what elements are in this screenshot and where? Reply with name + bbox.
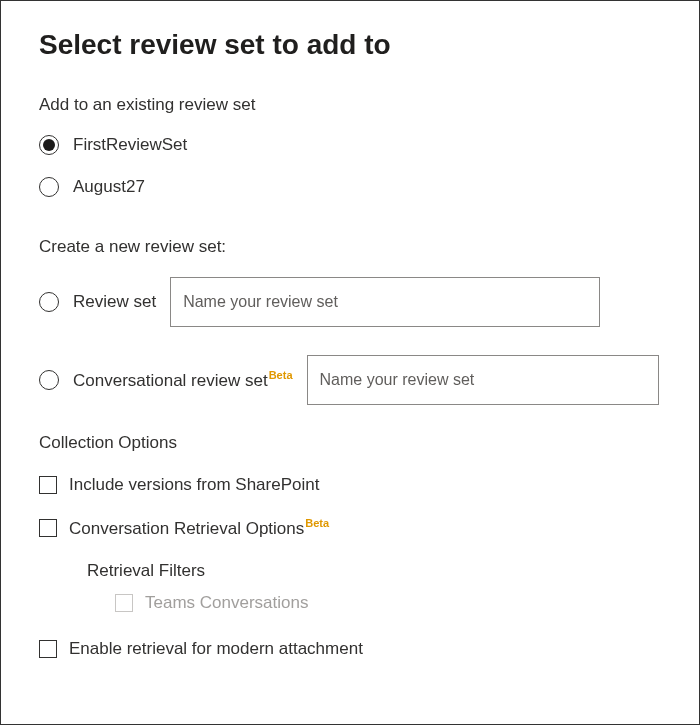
page-title: Select review set to add to bbox=[39, 29, 661, 61]
radio-label-august27: August27 bbox=[73, 177, 145, 197]
conversational-label-text: Conversational review set bbox=[73, 371, 268, 390]
radio-row-conversational: Conversational review setBeta bbox=[39, 355, 661, 405]
check-label-conversation-retrieval: Conversation Retrieval OptionsBeta bbox=[69, 517, 329, 539]
check-row-include-versions: Include versions from SharePoint bbox=[39, 475, 661, 495]
radio-august27[interactable] bbox=[39, 177, 59, 197]
radio-label-first-review-set: FirstReviewSet bbox=[73, 135, 187, 155]
checkbox-include-versions[interactable] bbox=[39, 476, 57, 494]
radio-row-first-review-set: FirstReviewSet bbox=[39, 135, 661, 155]
review-set-panel: Select review set to add to Add to an ex… bbox=[0, 0, 700, 725]
existing-review-set-label: Add to an existing review set bbox=[39, 95, 661, 115]
beta-tag-retrieval: Beta bbox=[305, 517, 329, 529]
conversation-retrieval-text: Conversation Retrieval Options bbox=[69, 519, 304, 538]
review-set-name-input[interactable] bbox=[170, 277, 600, 327]
retrieval-filters-section: Retrieval Filters Teams Conversations bbox=[87, 561, 661, 613]
check-row-teams: Teams Conversations bbox=[115, 593, 661, 613]
radio-review-set[interactable] bbox=[39, 292, 59, 312]
check-row-conversation-retrieval: Conversation Retrieval OptionsBeta bbox=[39, 517, 661, 539]
radio-conversational[interactable] bbox=[39, 370, 59, 390]
radio-row-review-set: Review set bbox=[39, 277, 661, 327]
check-label-teams-conversations: Teams Conversations bbox=[145, 593, 308, 613]
create-review-set-label: Create a new review set: bbox=[39, 237, 661, 257]
checkbox-teams-conversations bbox=[115, 594, 133, 612]
check-label-include-versions: Include versions from SharePoint bbox=[69, 475, 319, 495]
radio-row-august27: August27 bbox=[39, 177, 661, 197]
conversational-name-input[interactable] bbox=[307, 355, 659, 405]
radio-label-conversational: Conversational review setBeta bbox=[73, 369, 293, 391]
beta-tag-conversational: Beta bbox=[269, 369, 293, 381]
check-label-modern-attachment: Enable retrieval for modern attachment bbox=[69, 639, 363, 659]
checkbox-modern-attachment[interactable] bbox=[39, 640, 57, 658]
radio-label-review-set: Review set bbox=[73, 292, 156, 312]
checkbox-conversation-retrieval[interactable] bbox=[39, 519, 57, 537]
radio-first-review-set[interactable] bbox=[39, 135, 59, 155]
check-row-modern-attachment: Enable retrieval for modern attachment bbox=[39, 639, 661, 659]
collection-options-heading: Collection Options bbox=[39, 433, 661, 453]
retrieval-filters-heading: Retrieval Filters bbox=[87, 561, 661, 581]
